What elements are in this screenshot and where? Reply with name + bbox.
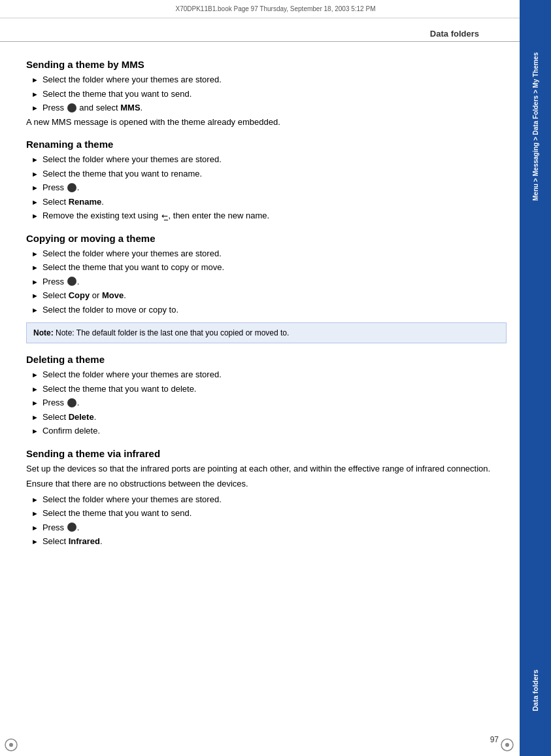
corner-decoration-br (500, 738, 514, 752)
list-item: ► Remove the existing text using ←̲, the… (26, 209, 507, 222)
svg-point-7 (505, 743, 509, 747)
mms-note-text: A new MMS message is opened with the the… (26, 116, 507, 129)
corner-decoration-bl (4, 738, 18, 752)
list-text: Press . (42, 275, 79, 288)
button-icon (67, 183, 76, 192)
list-item: ► Press . (26, 181, 507, 194)
arrow-icon: ► (31, 523, 39, 534)
list-text: Press . (42, 181, 79, 194)
page-number: 97 (490, 735, 499, 744)
button-icon (67, 398, 76, 407)
list-text: Select the theme that you want to delete… (42, 383, 197, 396)
arrow-icon: ► (31, 398, 39, 409)
list-item: ► Select the theme that you want to dele… (26, 383, 507, 396)
list-item: ► Select Rename. (26, 196, 507, 209)
section-heading-renaming: Renaming a theme (26, 139, 507, 150)
list-text: Press . (42, 521, 79, 534)
list-item: ► Select the theme that you want to rena… (26, 167, 507, 180)
right-sidebar: Menu > Messaging > Data Folders > My The… (520, 0, 551, 756)
arrow-icon: ► (31, 305, 39, 316)
section-heading-sending-mms: Sending a theme by MMS (26, 59, 507, 70)
list-item: ► Press and select MMS. (26, 101, 507, 114)
list-text: Select the theme that you want to send. (42, 507, 192, 520)
arrow-icon: ► (31, 426, 39, 437)
list-item: ► Select Infrared. (26, 535, 507, 548)
list-text: Select the theme that you want to copy o… (42, 261, 224, 274)
list-item: ► Press . (26, 521, 507, 534)
list-item: ► Select Delete. (26, 411, 507, 424)
arrow-icon: ► (31, 508, 39, 519)
section-heading-infrared: Sending a theme via infrared (26, 448, 507, 459)
infrared-para1: Set up the devices so that the infrared … (26, 462, 507, 475)
arrow-icon: ► (31, 249, 39, 260)
list-text: Select Infrared. (42, 535, 103, 548)
arrow-icon: ► (31, 197, 39, 208)
list-item: ► Select the theme that you want to send… (26, 88, 507, 101)
list-text: Remove the existing text using ←̲, then … (42, 209, 269, 222)
arrow-icon: ► (31, 536, 39, 547)
list-item: ► Select Copy or Move. (26, 289, 507, 302)
list-text: Select Rename. (42, 196, 104, 209)
list-item: ► Select the theme that you want to send… (26, 507, 507, 520)
list-text: Select the folder where your themes are … (42, 153, 222, 166)
list-text: Confirm delete. (42, 424, 100, 438)
list-item: ► Select the folder where your themes ar… (26, 368, 507, 381)
button-icon (67, 103, 76, 112)
sidebar-top-label: Menu > Messaging > Data Folders > My The… (531, 52, 540, 201)
list-item: ► Select the theme that you want to copy… (26, 261, 507, 274)
arrow-icon: ► (31, 182, 39, 194)
list-item: ► Select the folder to move or copy to. (26, 303, 507, 317)
list-item: ► Select the folder where your themes ar… (26, 153, 507, 166)
section-heading-copying: Copying or moving a theme (26, 233, 507, 244)
page-header: Data folders (0, 18, 518, 42)
page-header-title: Data folders (430, 29, 479, 39)
top-bar-text: X70DPK11B1.book Page 97 Thursday, Septem… (176, 5, 376, 12)
list-text: Press and select MMS. (42, 101, 142, 114)
arrow-icon: ► (31, 369, 39, 381)
list-item: ► Select the folder where your themes ar… (26, 247, 507, 260)
arrow-icon: ► (31, 412, 39, 423)
sidebar-bottom-label: Data folders (529, 664, 542, 717)
list-item: ► Confirm delete. (26, 424, 507, 438)
list-item: ► Press . (26, 396, 507, 409)
delete-icon: ←̲ (161, 210, 168, 222)
arrow-icon: ► (31, 384, 39, 395)
list-text: Select the folder where your themes are … (42, 368, 222, 381)
list-text: Select Delete. (42, 411, 96, 424)
arrow-icon: ► (31, 211, 39, 222)
button-icon (67, 277, 76, 286)
button-icon (67, 523, 76, 532)
arrow-icon: ► (31, 494, 39, 506)
list-text: Select the theme that you want to send. (42, 88, 192, 101)
list-item: ► Select the folder where your themes ar… (26, 493, 507, 506)
list-text: Select the folder where your themes are … (42, 493, 222, 506)
arrow-icon: ► (31, 277, 39, 288)
note-box: Note: Note: The default folder is the la… (26, 322, 507, 343)
infrared-para2: Ensure that there are no obstructions be… (26, 477, 507, 490)
list-item: ► Press . (26, 275, 507, 288)
svg-point-5 (9, 743, 13, 747)
list-text: Select the theme that you want to rename… (42, 167, 202, 180)
list-item: ► Select the folder where your themes ar… (26, 73, 507, 86)
list-text: Press . (42, 396, 79, 409)
arrow-icon: ► (31, 169, 39, 180)
main-content: Sending a theme by MMS ► Select the fold… (26, 42, 507, 717)
arrow-icon: ► (31, 75, 39, 86)
arrow-icon: ► (31, 262, 39, 273)
note-label: Note: (33, 328, 56, 337)
section-heading-deleting: Deleting a theme (26, 354, 507, 365)
list-text: Select the folder where your themes are … (42, 73, 222, 86)
arrow-icon: ► (31, 154, 39, 165)
arrow-icon: ► (31, 89, 39, 100)
list-text: Select the folder where your themes are … (42, 247, 222, 260)
list-text: Select Copy or Move. (42, 289, 126, 302)
arrow-icon: ► (31, 103, 39, 114)
list-text: Select the folder to move or copy to. (42, 303, 178, 317)
arrow-icon: ► (31, 290, 39, 301)
note-text: Note: The default folder is the last one… (56, 328, 289, 337)
top-bar: X70DPK11B1.book Page 97 Thursday, Septem… (0, 0, 551, 18)
